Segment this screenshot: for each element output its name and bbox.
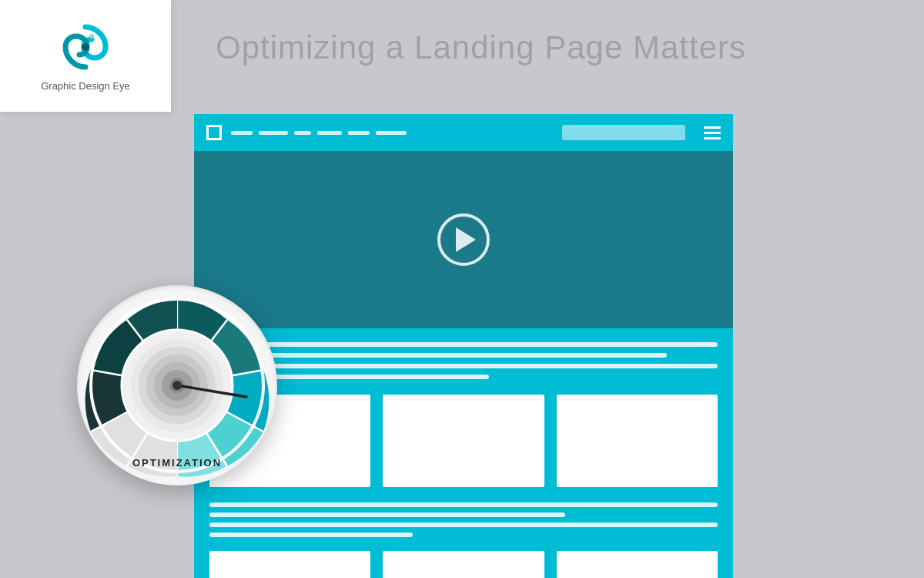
bottom-line-3: [209, 523, 718, 527]
nav-dash-3: [294, 131, 311, 135]
logo-icon: [59, 20, 112, 74]
gauge-label: OPTIMIZATION: [132, 457, 222, 469]
nav-dash-6: [376, 131, 407, 135]
text-line-3: [209, 364, 718, 368]
cards-row: [209, 395, 718, 487]
nav-links: [231, 131, 553, 135]
page-title: Optimizing a Landing Page Matters: [216, 29, 746, 66]
play-button[interactable]: [437, 213, 490, 266]
browser-bottom: [194, 551, 733, 578]
hamburger-line-2: [704, 132, 721, 134]
gauge-needle-pivot: [172, 381, 182, 390]
gauge-segments-svg: [77, 285, 277, 486]
card-2: [383, 395, 544, 487]
hamburger-menu-icon[interactable]: [704, 126, 721, 139]
nav-dash-4: [317, 131, 342, 135]
bottom-card-3: [557, 551, 718, 578]
bottom-card-1: [209, 551, 370, 578]
text-line-2: [209, 353, 667, 358]
bottom-cards-row: [209, 551, 718, 578]
hamburger-line-3: [704, 137, 721, 139]
nav-search-bar: [562, 125, 685, 140]
optimization-gauge: OPTIMIZATION: [77, 285, 277, 486]
svg-point-1: [82, 43, 89, 51]
bottom-line-1: [209, 502, 718, 507]
gauge-outer-ring: [77, 285, 277, 486]
bottom-card-2: [383, 551, 544, 578]
browser-navbar: [194, 114, 733, 151]
bottom-line-2: [209, 512, 565, 517]
card-3: [557, 395, 718, 487]
nav-logo-square: [206, 125, 222, 140]
svg-point-2: [89, 34, 94, 39]
logo-label: Graphic Design Eye: [41, 80, 130, 92]
nav-dash-1: [231, 131, 253, 135]
content-text-lines: [209, 342, 718, 379]
text-line-1: [209, 342, 718, 347]
play-icon: [456, 227, 476, 252]
bottom-line-4: [209, 533, 413, 537]
nav-dash-5: [348, 131, 370, 135]
hamburger-line-1: [704, 126, 721, 129]
logo-box: Graphic Design Eye: [0, 0, 171, 112]
bottom-text-lines: [209, 502, 718, 537]
nav-dash-2: [259, 131, 288, 135]
